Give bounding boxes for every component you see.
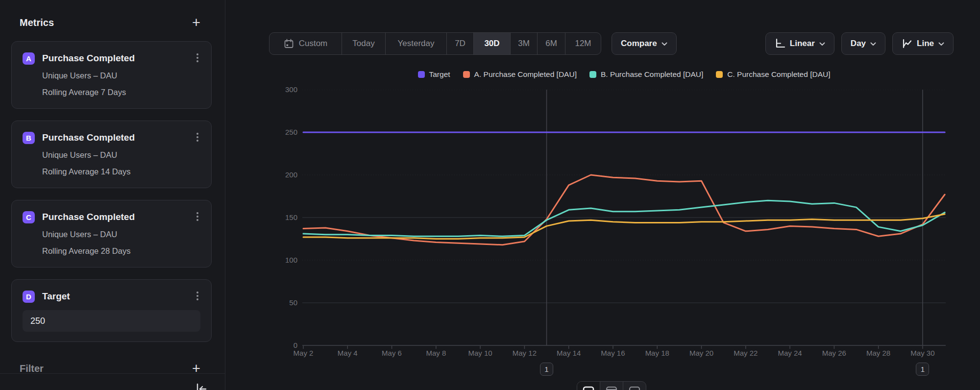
x-axis-tick-label: May 2: [281, 349, 325, 357]
range-today[interactable]: Today: [342, 33, 385, 54]
metric-title: Purchase Completed: [42, 212, 135, 222]
y-axis-tick-label: 200: [248, 171, 297, 179]
metric-badge-a: A: [23, 52, 35, 65]
legend-swatch-icon: [418, 71, 425, 78]
range-3m[interactable]: 3M: [510, 33, 537, 54]
collapse-left-icon: [195, 383, 207, 390]
chevron-down-icon: [819, 42, 825, 46]
range-12m[interactable]: 12M: [565, 33, 601, 54]
x-axis-tick-label: May 18: [635, 349, 679, 357]
metrics-line-chart[interactable]: [302, 90, 946, 351]
y-axis-tick-label: 50: [248, 298, 297, 307]
collapse-sidebar-button[interactable]: [195, 383, 207, 390]
x-axis-tick-label: May 12: [502, 349, 546, 357]
linear-scale-icon: [775, 38, 785, 49]
metric-transform: Rolling Average 28 Days: [42, 246, 200, 257]
range-7d[interactable]: 7D: [446, 33, 473, 54]
annotation-badge[interactable]: 1: [540, 363, 553, 376]
target-value-input[interactable]: [23, 310, 200, 332]
view-option-grid[interactable]: [623, 382, 646, 390]
metric-card-b[interactable]: B Purchase Completed Unique Users – DAU …: [11, 121, 212, 188]
legend-swatch-icon: [463, 71, 470, 78]
metric-title: Purchase Completed: [42, 53, 135, 64]
x-axis-tick-label: May 24: [768, 349, 812, 357]
add-metric-button[interactable]: +: [192, 17, 200, 28]
panel-outline-icon: [629, 386, 640, 390]
metrics-header: Metrics +: [20, 16, 200, 29]
legend-swatch-icon: [589, 71, 596, 78]
y-axis-tick-label: 150: [248, 213, 297, 222]
x-axis-tick-label: May 30: [901, 349, 945, 357]
chart-type-selector-button[interactable]: Line: [892, 32, 954, 55]
x-axis-tick-label: May 26: [812, 349, 856, 357]
series-line: [303, 175, 945, 245]
view-option-table[interactable]: [600, 382, 623, 390]
legend-swatch-icon: [716, 71, 723, 78]
x-axis-tick-label: May 22: [724, 349, 768, 357]
target-card[interactable]: D Target: [11, 279, 212, 342]
add-filter-button[interactable]: +: [192, 363, 200, 374]
metric-card-a[interactable]: A Purchase Completed Unique Users – DAU …: [11, 41, 212, 109]
legend-label: Target: [429, 70, 450, 79]
chevron-down-icon: [662, 42, 667, 46]
metric-badge-d: D: [23, 291, 35, 303]
legend-item[interactable]: B. Purchase Completed [DAU]: [589, 70, 703, 79]
legend-label: A. Purchase Completed [DAU]: [474, 70, 577, 79]
line-chart-icon: [902, 38, 912, 49]
range-30d[interactable]: 30D: [473, 33, 510, 54]
app-root: Metrics + A Purchase Completed Unique Us…: [0, 0, 980, 390]
y-axis-tick-label: 300: [248, 85, 297, 94]
chart-panel: Custom Today Yesterday 7D 30D 3M 6M 12M …: [225, 0, 980, 390]
target-title: Target: [42, 291, 70, 302]
annotation-badge[interactable]: 1: [916, 363, 929, 376]
metric-measure: Unique Users – DAU: [42, 230, 200, 241]
legend-item[interactable]: Target: [418, 70, 450, 79]
chart-toolbar: Custom Today Yesterday 7D 30D 3M 6M 12M …: [269, 32, 954, 55]
metric-measure: Unique Users – DAU: [42, 150, 200, 161]
date-range-selector: Custom Today Yesterday 7D 30D 3M 6M 12M: [269, 32, 601, 55]
range-6m[interactable]: 6M: [537, 33, 565, 54]
metric-transform: Rolling Average 14 Days: [42, 167, 200, 178]
metric-badge-c: C: [23, 211, 35, 223]
view-option-chart[interactable]: [577, 382, 600, 390]
calendar-icon: [284, 39, 294, 49]
metric-measure: Unique Users – DAU: [42, 71, 200, 82]
x-axis-tick-label: May 6: [370, 349, 414, 357]
x-axis-tick-label: May 4: [325, 349, 369, 357]
x-axis-tick-label: May 14: [547, 349, 591, 357]
x-axis-tick-label: May 16: [591, 349, 635, 357]
chevron-down-icon: [870, 42, 876, 46]
metric-badge-b: B: [23, 132, 35, 144]
x-axis-tick-label: May 8: [414, 349, 458, 357]
legend-item[interactable]: C. Purchase Completed [DAU]: [716, 70, 830, 79]
metrics-title: Metrics: [20, 17, 54, 28]
range-yesterday[interactable]: Yesterday: [385, 33, 446, 54]
series-line: [303, 200, 945, 236]
metrics-sidebar: Metrics + A Purchase Completed Unique Us…: [0, 0, 225, 390]
metric-transform: Rolling Average 7 Days: [42, 88, 200, 98]
chart-view-toggle: [577, 381, 646, 390]
kebab-menu-icon[interactable]: [194, 211, 201, 222]
panel-with-header-icon: [606, 386, 617, 390]
metric-card-c[interactable]: C Purchase Completed Unique Users – DAU …: [11, 200, 212, 268]
chart-legend: TargetA. Purchase Completed [DAU]B. Purc…: [302, 70, 946, 79]
sidebar-divider: [0, 373, 225, 374]
legend-label: B. Purchase Completed [DAU]: [601, 70, 703, 79]
kebab-menu-icon[interactable]: [194, 291, 201, 301]
filter-title: Filter: [20, 363, 44, 374]
x-axis-tick-label: May 28: [857, 349, 901, 357]
interval-selector-button[interactable]: Day: [841, 32, 885, 55]
x-axis-tick-label: May 20: [680, 349, 724, 357]
kebab-menu-icon[interactable]: [194, 132, 201, 143]
y-axis-tick-label: 100: [248, 256, 297, 265]
chevron-down-icon: [938, 42, 944, 46]
kebab-menu-icon[interactable]: [194, 52, 201, 63]
legend-label: C. Purchase Completed [DAU]: [727, 70, 830, 79]
y-axis-tick-label: 250: [248, 128, 297, 137]
range-custom[interactable]: Custom: [270, 33, 342, 54]
compare-button[interactable]: Compare: [612, 32, 677, 55]
legend-item[interactable]: A. Purchase Completed [DAU]: [463, 70, 577, 79]
scale-selector-button[interactable]: Linear: [765, 32, 834, 55]
metric-title: Purchase Completed: [42, 132, 135, 143]
chart-panel-icon: [583, 386, 594, 390]
